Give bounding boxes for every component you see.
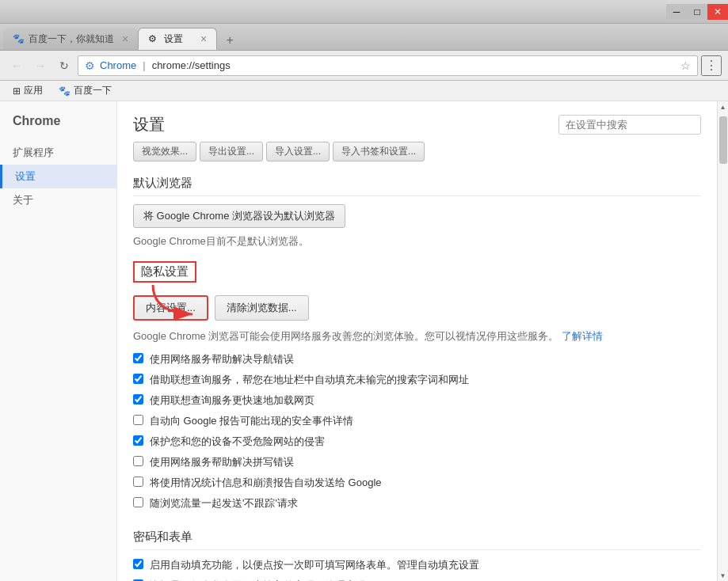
privacy-checkboxes: 使用网络服务帮助解决导航错误借助联想查询服务，帮您在地址栏中自动填充未输完的搜索… — [133, 352, 701, 511]
privacy-checkbox-item-6: 将使用情况统计信息和崩溃报告自动发送给 Google — [133, 476, 701, 490]
sidebar-item-settings[interactable]: 设置 — [0, 165, 116, 188]
top-buttons-row: 视觉效果... 导出设置... 导入设置... 导入书签和设置... — [133, 142, 701, 161]
baidu-favicon: 🐾 — [13, 33, 24, 44]
privacy-section-title: 隐私设置 — [133, 261, 196, 283]
separator: | — [143, 59, 145, 71]
privacy-checkbox-5[interactable] — [133, 456, 143, 466]
baidu-bookmark[interactable]: 🐾 百度一下 — [52, 82, 118, 99]
title-bar-controls: ─ □ ✕ — [666, 4, 728, 20]
settings-favicon: ⚙ — [148, 33, 159, 44]
privacy-checkbox-2[interactable] — [133, 394, 143, 404]
set-default-browser-button[interactable]: 将 Google Chrome 浏览器设为默认浏览器 — [133, 204, 345, 228]
sidebar-item-about[interactable]: 关于 — [0, 188, 116, 212]
privacy-checkbox-label-3: 自动向 Google 报告可能出现的安全事件详情 — [150, 414, 353, 428]
privacy-checkbox-item-2: 使用联想查询服务更快速地加载网页 — [133, 393, 701, 408]
privacy-checkbox-6[interactable] — [133, 477, 143, 487]
reload-button[interactable]: ↻ — [54, 55, 74, 76]
chrome-menu-button[interactable]: ⋮ — [701, 55, 722, 76]
password-section: 密码和表单 启用自动填充功能，以便点按一次即可填写网络表单。管理自动填充设置询问… — [133, 523, 701, 582]
clear-data-button[interactable]: 清除浏览数据... — [215, 295, 309, 321]
default-browser-section: 默认浏览器 将 Google Chrome 浏览器设为默认浏览器 Google … — [133, 169, 701, 249]
privacy-buttons-container: 内容设置... 清除浏览数据... — [133, 295, 701, 321]
maximize-button[interactable]: □ — [687, 4, 707, 20]
baidu-label: 百度一下 — [74, 84, 112, 97]
new-tab-button[interactable]: + — [219, 31, 241, 50]
privacy-checkbox-label-5: 使用网络服务帮助解决拼写错误 — [150, 455, 294, 469]
back-button[interactable]: ← — [6, 55, 27, 76]
settings-tab-close[interactable]: × — [200, 32, 207, 45]
settings-content: 设置 视觉效果... 导出设置... 导入设置... 导入书签和设置... 默认… — [117, 101, 717, 581]
scrollbar-track[interactable] — [718, 112, 729, 570]
chrome-label: Chrome — [100, 59, 136, 71]
privacy-checkbox-label-7: 随浏览流量一起发送'不跟踪'请求 — [150, 496, 298, 511]
privacy-checkbox-item-7: 随浏览流量一起发送'不跟踪'请求 — [133, 496, 701, 511]
top-btn-0[interactable]: 视觉效果... — [133, 142, 196, 161]
baidu-tab-title: 百度一下，你就知道 — [29, 32, 114, 46]
baidu-tab[interactable]: 🐾 百度一下，你就知道 × — [3, 28, 138, 50]
top-btn-3[interactable]: 导入书签和设置... — [333, 142, 425, 161]
password-section-title: 密码和表单 — [133, 523, 701, 550]
privacy-checkbox-label-0: 使用网络服务帮助解决导航错误 — [150, 352, 294, 366]
privacy-checkbox-1[interactable] — [133, 374, 143, 384]
privacy-checkbox-item-4: 保护您和您的设备不受危险网站的侵害 — [133, 435, 701, 449]
scrollbar-up-button[interactable]: ▲ — [718, 101, 729, 112]
privacy-checkbox-item-3: 自动向 Google 报告可能出现的安全事件详情 — [133, 414, 701, 428]
bookmark-star-icon[interactable]: ☆ — [680, 59, 691, 72]
address-bar: ← → ↻ ⚙ Chrome | chrome://settings ☆ ⋮ — [0, 51, 728, 81]
sidebar-brand: Chrome — [0, 114, 116, 141]
settings-header: 设置 — [133, 101, 701, 142]
apps-icon: ⊞ — [13, 85, 21, 97]
password-checkbox-item-0: 启用自动填充功能，以便点按一次即可填写网络表单。管理自动填充设置 — [133, 558, 701, 572]
privacy-description: Google Chrome 浏览器可能会使用网络服务改善您的浏览体验。您可以视情… — [133, 328, 701, 344]
password-checkbox-0[interactable] — [133, 559, 143, 569]
privacy-checkbox-item-5: 使用网络服务帮助解决拼写错误 — [133, 455, 701, 469]
url-text: chrome://settings — [152, 59, 676, 71]
scrollbar-down-button[interactable]: ▼ — [718, 570, 729, 581]
close-button[interactable]: ✕ — [707, 4, 728, 20]
privacy-checkbox-label-6: 将使用情况统计信息和崩溃报告自动发送给 Google — [150, 476, 382, 490]
apps-bookmark[interactable]: ⊞ 应用 — [6, 82, 49, 99]
privacy-checkbox-label-2: 使用联想查询服务更快速地加载网页 — [150, 393, 314, 408]
privacy-buttons-row: 内容设置... 清除浏览数据... — [133, 295, 701, 321]
settings-tab-title: 设置 — [164, 32, 192, 46]
top-btn-2[interactable]: 导入设置... — [266, 142, 330, 161]
privacy-checkbox-label-1: 借助联想查询服务，帮您在地址栏中自动填充未输完的搜索字词和网址 — [150, 373, 469, 387]
default-browser-title: 默认浏览器 — [133, 169, 701, 196]
scrollbar: ▲ ▼ — [717, 101, 728, 581]
tab-bar: 🐾 百度一下，你就知道 × ⚙ 设置 × + — [0, 24, 728, 51]
privacy-checkbox-label-4: 保护您和您的设备不受危险网站的侵害 — [150, 435, 325, 449]
main-area: Chrome 扩展程序 设置 关于 设置 视觉效果... 导出设置... 导入设… — [0, 101, 728, 581]
settings-search-input[interactable] — [558, 115, 701, 135]
privacy-checkbox-7[interactable] — [133, 497, 143, 507]
forward-button[interactable]: → — [30, 55, 51, 76]
privacy-section: 隐私设置 内容设置... 清除浏览数据... — [133, 261, 701, 511]
bookmarks-bar: ⊞ 应用 🐾 百度一下 — [0, 81, 728, 101]
password-checkboxes: 启用自动填充功能，以便点按一次即可填写网络表单。管理自动填充设置询问是否保存您在… — [133, 558, 701, 582]
minimize-button[interactable]: ─ — [666, 4, 687, 20]
settings-title: 设置 — [133, 114, 165, 135]
top-btn-1[interactable]: 导出设置... — [200, 142, 263, 161]
privacy-checkbox-3[interactable] — [133, 415, 143, 425]
address-input[interactable]: ⚙ Chrome | chrome://settings ☆ — [78, 55, 698, 76]
privacy-checkbox-item-1: 借助联想查询服务，帮您在地址栏中自动填充未输完的搜索字词和网址 — [133, 373, 701, 387]
password-checkbox-label-0: 启用自动填充功能，以便点按一次即可填写网络表单。管理自动填充设置 — [150, 558, 479, 572]
scrollbar-thumb[interactable] — [719, 116, 727, 164]
privacy-checkbox-item-0: 使用网络服务帮助解决导航错误 — [133, 352, 701, 366]
password-checkbox-label-1: 询问是否保存您在网页上输入的密码。管理密码 — [150, 579, 366, 582]
baidu-icon: 🐾 — [59, 85, 71, 97]
sidebar: Chrome 扩展程序 设置 关于 — [0, 101, 117, 581]
password-checkbox-item-1: 询问是否保存您在网页上输入的密码。管理密码 — [133, 579, 701, 582]
red-arrow-annotation — [149, 281, 212, 321]
default-browser-note: Google Chrome目前不是默认浏览器。 — [133, 234, 701, 249]
privacy-checkbox-4[interactable] — [133, 435, 143, 446]
privacy-checkbox-0[interactable] — [133, 353, 143, 363]
apps-label: 应用 — [24, 84, 43, 97]
sidebar-item-extensions[interactable]: 扩展程序 — [0, 141, 116, 165]
baidu-tab-close[interactable]: × — [122, 32, 128, 45]
settings-tab[interactable]: ⚙ 设置 × — [138, 28, 217, 50]
learn-more-link[interactable]: 了解详情 — [562, 330, 603, 342]
chrome-globe-icon: ⚙ — [85, 59, 95, 72]
title-bar: ─ □ ✕ — [0, 0, 728, 24]
